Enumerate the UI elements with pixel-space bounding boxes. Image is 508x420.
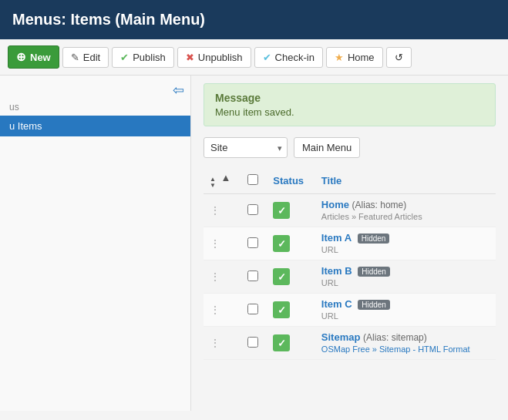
row-checkbox-cell [241,294,267,327]
status-cell [267,294,315,327]
item-title-link[interactable]: Item A [321,232,352,244]
drag-handle[interactable]: ⋮ [204,260,241,294]
status-cell [267,194,315,227]
table-row: ⋮Home (Alias: home)Articles » Featured A… [204,194,496,227]
col-title-header[interactable]: Title [315,167,496,194]
item-sub: URL [321,245,338,254]
col-checkbox-header [241,167,267,194]
edit-button[interactable]: ✎ Edit [62,47,109,68]
status-cell [267,327,315,360]
title-cell: Sitemap (Alias: sitemap)OSMap Free » Sit… [315,327,496,360]
message-body: Menu item saved. [215,106,484,118]
new-button[interactable]: ⊕ New [8,45,59,69]
drag-handle[interactable]: ⋮ [204,294,241,327]
item-title-link[interactable]: Home [321,199,349,210]
row-checkbox[interactable] [247,204,258,215]
toolbar: ⊕ New ✎ Edit ✔ Publish ✖ Unpublish ✔ Che… [0,39,508,76]
refresh-icon: ↺ [395,52,403,63]
row-checkbox-cell [241,227,267,260]
sort-icons: ▲▼ [210,176,216,189]
table-row: ⋮Sitemap (Alias: sitemap)OSMap Free » Si… [204,327,496,360]
title-cell: Item C HiddenURL [315,294,496,327]
up-arrow[interactable]: ▲ [221,172,231,183]
item-sub: URL [321,278,338,287]
title-cell: Item B HiddenURL [315,260,496,294]
items-table: ▲▼ ▲ Status Title ⋮Home (Alias: home)Art… [204,167,496,360]
row-checkbox[interactable] [247,270,258,281]
content-area: ⇦ us u Items Message Menu item saved. Si… [0,76,508,411]
message-title: Message [215,92,484,104]
refresh-button[interactable]: ↺ [386,47,412,68]
item-sub-link: OSMap Free » Sitemap - HTML Format [321,344,470,354]
select-all-checkbox[interactable] [247,174,258,185]
row-checkbox[interactable] [247,337,258,348]
check-icon: ✔ [120,52,129,63]
publish-button[interactable]: ✔ Publish [112,47,174,68]
row-checkbox-cell [241,260,267,294]
hidden-badge: Hidden [358,300,390,310]
row-checkbox[interactable] [247,304,258,314]
status-cell [267,260,315,294]
drag-handle[interactable]: ⋮ [204,194,241,227]
home-button[interactable]: ★ Home [326,47,383,68]
item-sub: URL [321,311,338,321]
drag-icon[interactable]: ⋮ [210,237,220,250]
status-badge[interactable] [273,268,290,285]
status-badge[interactable] [273,202,290,219]
drag-handle[interactable]: ⋮ [204,327,241,360]
sidebar-item-menu-items[interactable]: u Items [0,116,190,136]
status-cell [267,227,315,260]
item-sub: Articles » Featured Articles [321,212,422,221]
edit-icon: ✎ [71,52,79,63]
sidebar-label-us: us [0,99,190,116]
page-header: Menus: Items (Main Menu) [0,0,508,39]
drag-icon[interactable]: ⋮ [210,270,220,283]
x-icon: ✖ [186,52,194,63]
drag-icon[interactable]: ⋮ [210,337,220,349]
title-cell: Home (Alias: home)Articles » Featured Ar… [315,194,496,227]
hidden-badge: Hidden [358,267,390,277]
plus-circle-icon: ⊕ [16,50,26,64]
site-select-wrapper: Site Administrator [204,137,288,158]
col-sort: ▲▼ ▲ [204,167,241,194]
status-badge[interactable] [273,334,290,351]
table-row: ⋮Item C HiddenURL [204,294,496,327]
filter-row: Site Administrator Main Menu [204,137,496,158]
site-select[interactable]: Site Administrator [204,137,288,158]
row-checkbox[interactable] [247,237,258,248]
main-content: Message Menu item saved. Site Administra… [191,76,508,411]
sidebar: ⇦ us u Items [0,76,191,411]
table-row: ⋮Item B HiddenURL [204,260,496,294]
title-cell: Item A HiddenURL [315,227,496,260]
item-title-link[interactable]: Item C [321,298,352,310]
col-status-header[interactable]: Status [267,167,315,194]
menu-filter-text: Main Menu [294,137,360,158]
item-alias: (Alias: sitemap) [363,332,427,343]
item-title-link[interactable]: Sitemap [321,331,361,343]
item-alias: (Alias: home) [352,200,407,210]
star-icon: ★ [335,52,344,63]
unpublish-button[interactable]: ✖ Unpublish [177,47,251,68]
drag-icon[interactable]: ⋮ [210,204,220,217]
drag-handle[interactable]: ⋮ [204,227,241,260]
page-title: Menus: Items (Main Menu) [12,11,205,28]
message-box: Message Menu item saved. [204,83,496,126]
hidden-badge: Hidden [358,234,390,244]
back-button[interactable]: ⇦ [173,82,184,99]
table-row: ⋮Item A HiddenURL [204,227,496,260]
row-checkbox-cell [241,194,267,227]
checkin-button[interactable]: ✔ Check-in [254,47,323,68]
drag-icon[interactable]: ⋮ [210,304,220,316]
checkin-icon: ✔ [263,52,271,63]
status-badge[interactable] [273,235,290,252]
status-badge[interactable] [273,301,290,318]
item-title-link[interactable]: Item B [321,265,352,277]
row-checkbox-cell [241,327,267,360]
